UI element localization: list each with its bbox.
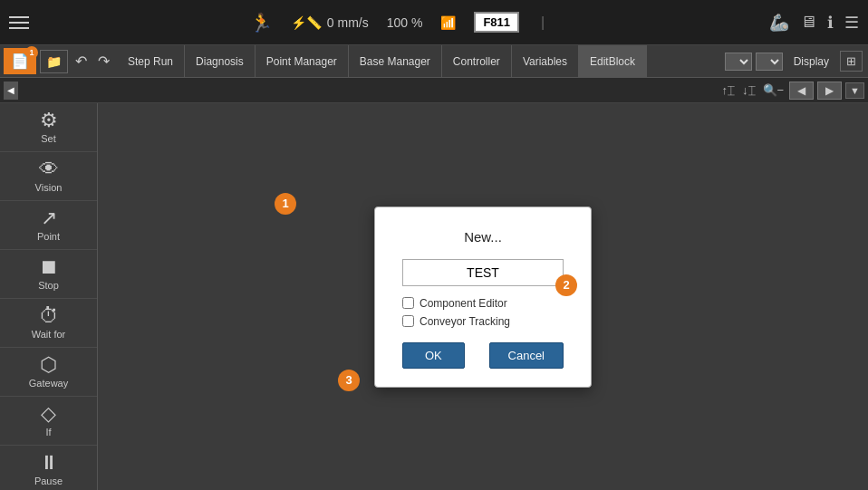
top-icons: 🦾 🖥 ℹ ☰	[769, 13, 859, 33]
signal-icon: 📶	[440, 15, 456, 30]
nav-bar: 📄 1 📁 ↶ ↷ Step Run Diagnosis Point Manag…	[0, 45, 868, 78]
set-icon: ⚙	[40, 110, 58, 130]
speed-icon2: ⚡📏	[291, 15, 322, 30]
list-icon[interactable]: ☰	[844, 13, 859, 33]
folder-button[interactable]: 📁	[40, 50, 68, 73]
stop-icon: ⏹	[39, 257, 59, 277]
sidebar: ⚙ Set 👁 Vision ↗ Point ⏹ Stop ⏱ Wait for…	[0, 103, 98, 490]
sidebar-label-gateway: Gateway	[29, 378, 68, 389]
modal-title: New...	[402, 229, 564, 245]
nav-select-1[interactable]	[725, 53, 752, 71]
sidebar-item-vision[interactable]: 👁 Vision	[0, 152, 97, 201]
folder-icon: 📁	[46, 54, 62, 69]
nav-variables[interactable]: Variables	[512, 45, 579, 77]
separator: |	[541, 14, 545, 31]
collapse-button[interactable]: ◀	[4, 82, 18, 100]
file-button[interactable]: 📄 1	[4, 48, 36, 74]
if-icon: ◇	[41, 404, 56, 424]
sub-dropdown-btn[interactable]: ▼	[845, 82, 864, 99]
zoom-out-icon[interactable]: 🔍−	[761, 82, 786, 99]
undo-button[interactable]: ↶	[72, 49, 91, 73]
content-area: New... Component Editor Conveyor Trackin…	[98, 103, 868, 490]
speed-icon: 🏃	[250, 12, 273, 34]
sidebar-label-waitfor: Wait for	[32, 329, 66, 340]
sidebar-label-vision: Vision	[35, 182, 63, 193]
nav-point-manager[interactable]: Point Manager	[256, 45, 349, 77]
ok-button[interactable]: OK	[402, 342, 465, 369]
redo-button[interactable]: ↷	[94, 49, 113, 73]
next-btn[interactable]: ▶	[817, 82, 842, 100]
sidebar-label-point: Point	[37, 231, 60, 242]
cancel-button[interactable]: Cancel	[489, 342, 564, 369]
sub-toolbar-left: ◀	[4, 82, 18, 100]
badge-1: 1	[275, 193, 296, 215]
speed-value: 0 mm/s	[327, 15, 369, 30]
sidebar-item-stop[interactable]: ⏹ Stop	[0, 250, 97, 299]
new-dialog: New... Component Editor Conveyor Trackin…	[374, 207, 592, 388]
sidebar-item-gateway[interactable]: ⬡ Gateway	[0, 348, 97, 397]
component-editor-checkbox[interactable]	[402, 297, 414, 309]
prev-btn[interactable]: ◀	[789, 82, 814, 100]
nav-select-2[interactable]	[756, 53, 783, 71]
conveyor-tracking-checkbox[interactable]	[402, 315, 414, 327]
modal-buttons: OK Cancel	[402, 342, 564, 369]
waitfor-icon: ⏱	[39, 306, 59, 326]
pause-icon: ⏸	[39, 453, 59, 473]
gateway-icon: ⬡	[40, 355, 57, 375]
sub-toolbar-right: ↑⌶ ↓⌶ 🔍− ◀ ▶ ▼	[720, 82, 864, 100]
sidebar-label-stop: Stop	[38, 280, 59, 291]
f811-badge: F811	[474, 12, 519, 33]
sort-asc-icon[interactable]: ↑⌶	[720, 82, 738, 99]
nav-edit-block[interactable]: EditBlock	[579, 45, 647, 77]
top-bar: 🏃 ⚡📏 0 mm/s 100 % 📶 F811 | 🦾 🖥 ℹ ☰	[0, 0, 868, 45]
sidebar-item-waitfor[interactable]: ⏱ Wait for	[0, 299, 97, 348]
sidebar-item-if[interactable]: ◇ If	[0, 397, 97, 446]
nav-step-run[interactable]: Step Run	[117, 45, 185, 77]
robot-icon[interactable]: 🦾	[769, 13, 789, 33]
file-badge: 1	[25, 46, 38, 59]
conveyor-tracking-label: Conveyor Tracking	[420, 315, 510, 328]
nav-display[interactable]: Display	[786, 55, 836, 68]
sidebar-item-point[interactable]: ↗ Point	[0, 201, 97, 250]
badge-3: 3	[338, 370, 360, 391]
modal-name-input[interactable]	[402, 259, 564, 286]
nav-diagnosis[interactable]: Diagnosis	[185, 45, 256, 77]
sidebar-label-pause: Pause	[34, 476, 63, 486]
main-area: ⚙ Set 👁 Vision ↗ Point ⏹ Stop ⏱ Wait for…	[0, 103, 868, 490]
badge-2: 2	[555, 274, 577, 296]
sidebar-item-set[interactable]: ⚙ Set	[0, 103, 97, 152]
speed-info: ⚡📏 0 mm/s	[291, 15, 369, 30]
info-icon[interactable]: ℹ	[827, 13, 834, 33]
sidebar-label-if: If	[45, 427, 51, 437]
modal-checkboxes: Component Editor Conveyor Tracking	[402, 297, 564, 328]
percent-value: 100 %	[387, 15, 423, 30]
sub-toolbar: ◀ ↑⌶ ↓⌶ 🔍− ◀ ▶ ▼	[0, 78, 868, 103]
sort-desc-icon[interactable]: ↓⌶	[740, 82, 757, 99]
sidebar-label-set: Set	[41, 133, 56, 144]
hamburger-menu[interactable]	[9, 16, 29, 29]
component-editor-row: Component Editor	[402, 297, 564, 310]
nav-right: Display ⊞	[725, 51, 868, 72]
sidebar-item-pause[interactable]: ⏸ Pause	[0, 446, 97, 490]
conveyor-tracking-row: Conveyor Tracking	[402, 315, 564, 328]
nav-controller[interactable]: Controller	[442, 45, 512, 77]
point-icon: ↗	[41, 208, 57, 228]
monitor-icon[interactable]: 🖥	[800, 13, 816, 32]
vision-icon: 👁	[39, 159, 59, 179]
component-editor-label: Component Editor	[420, 297, 507, 310]
nav-menu: Step Run Diagnosis Point Manager Base Ma…	[117, 45, 647, 77]
modal-overlay: New... Component Editor Conveyor Trackin…	[98, 103, 868, 490]
top-center-info: 🏃 ⚡📏 0 mm/s 100 % 📶 F811 |	[47, 12, 751, 34]
nav-grid-btn[interactable]: ⊞	[840, 51, 863, 72]
nav-left: 📄 1 📁 ↶ ↷	[0, 48, 117, 74]
nav-base-manager[interactable]: Base Manager	[349, 45, 442, 77]
